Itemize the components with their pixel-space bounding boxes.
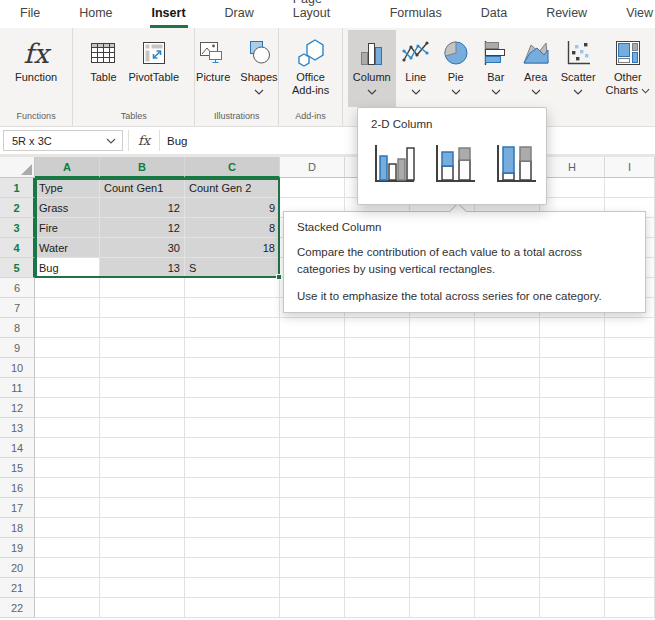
cell-G19[interactable]	[475, 538, 540, 558]
cell-I18[interactable]	[605, 518, 655, 538]
chart-option-100-stacked-column[interactable]	[491, 138, 539, 190]
office-addins-button[interactable]: Office Add-ins	[287, 30, 334, 107]
cell-A16[interactable]	[35, 478, 100, 498]
cell-E13[interactable]	[345, 418, 410, 438]
cell-I21[interactable]	[605, 578, 655, 598]
cell-A8[interactable]	[35, 318, 100, 338]
cell-B10[interactable]	[100, 358, 185, 378]
cell-A6[interactable]	[35, 278, 100, 298]
cell-F16[interactable]	[410, 478, 475, 498]
cell-A4[interactable]: Water	[35, 238, 100, 258]
column-header-A[interactable]: A	[35, 157, 100, 178]
cell-C20[interactable]	[185, 558, 280, 578]
tab-home[interactable]: Home	[77, 6, 114, 28]
cell-G17[interactable]	[475, 498, 540, 518]
cell-E18[interactable]	[345, 518, 410, 538]
row-header-1[interactable]: 1	[0, 178, 35, 198]
cell-B20[interactable]	[100, 558, 185, 578]
row-header-2[interactable]: 2	[0, 198, 35, 218]
cell-D11[interactable]	[280, 378, 345, 398]
select-all-corner[interactable]	[0, 157, 35, 178]
cell-B15[interactable]	[100, 458, 185, 478]
cell-I8[interactable]	[605, 318, 655, 338]
cell-B8[interactable]	[100, 318, 185, 338]
cell-C1[interactable]: Count Gen 2	[185, 178, 280, 198]
cell-E20[interactable]	[345, 558, 410, 578]
cell-I10[interactable]	[605, 358, 655, 378]
cell-C8[interactable]	[185, 318, 280, 338]
cell-B13[interactable]	[100, 418, 185, 438]
cell-F22[interactable]	[410, 598, 475, 618]
cell-H11[interactable]	[540, 378, 605, 398]
cell-H8[interactable]	[540, 318, 605, 338]
cell-F18[interactable]	[410, 518, 475, 538]
cell-A17[interactable]	[35, 498, 100, 518]
cell-B21[interactable]	[100, 578, 185, 598]
cell-I12[interactable]	[605, 398, 655, 418]
row-header-22[interactable]: 22	[0, 598, 35, 618]
cell-E10[interactable]	[345, 358, 410, 378]
cell-A19[interactable]	[35, 538, 100, 558]
cell-E9[interactable]	[345, 338, 410, 358]
shapes-button[interactable]: Shapes	[235, 30, 282, 107]
cell-B14[interactable]	[100, 438, 185, 458]
cell-B12[interactable]	[100, 398, 185, 418]
cell-B11[interactable]	[100, 378, 185, 398]
cell-D14[interactable]	[280, 438, 345, 458]
row-header-18[interactable]: 18	[0, 518, 35, 538]
row-header-9[interactable]: 9	[0, 338, 35, 358]
cell-I22[interactable]	[605, 598, 655, 618]
cell-A12[interactable]	[35, 398, 100, 418]
picture-button[interactable]: Picture	[191, 30, 235, 107]
cell-G22[interactable]	[475, 598, 540, 618]
area-chart-button[interactable]: Area	[516, 30, 556, 107]
row-header-14[interactable]: 14	[0, 438, 35, 458]
cell-F11[interactable]	[410, 378, 475, 398]
cell-H17[interactable]	[540, 498, 605, 518]
cell-C12[interactable]	[185, 398, 280, 418]
cell-B4[interactable]: 30	[100, 238, 185, 258]
cell-F14[interactable]	[410, 438, 475, 458]
column-header-H[interactable]: H	[540, 157, 605, 178]
cell-A11[interactable]	[35, 378, 100, 398]
row-header-5[interactable]: 5	[0, 258, 35, 278]
cell-B18[interactable]	[100, 518, 185, 538]
cell-A2[interactable]: Grass	[35, 198, 100, 218]
cell-E21[interactable]	[345, 578, 410, 598]
cell-C9[interactable]	[185, 338, 280, 358]
cell-C4[interactable]: 18	[185, 238, 280, 258]
cell-F12[interactable]	[410, 398, 475, 418]
cell-C3[interactable]: 8	[185, 218, 280, 238]
cell-I20[interactable]	[605, 558, 655, 578]
cell-G15[interactable]	[475, 458, 540, 478]
cell-C13[interactable]	[185, 418, 280, 438]
name-box[interactable]: 5R x 3C	[3, 130, 123, 151]
cell-G20[interactable]	[475, 558, 540, 578]
cell-F9[interactable]	[410, 338, 475, 358]
cell-H19[interactable]	[540, 538, 605, 558]
cell-C19[interactable]	[185, 538, 280, 558]
cell-E17[interactable]	[345, 498, 410, 518]
cell-H22[interactable]	[540, 598, 605, 618]
cell-A3[interactable]: Fire	[35, 218, 100, 238]
cell-E8[interactable]	[345, 318, 410, 338]
cell-H1[interactable]	[540, 178, 605, 198]
cell-H16[interactable]	[540, 478, 605, 498]
cell-H9[interactable]	[540, 338, 605, 358]
cell-G16[interactable]	[475, 478, 540, 498]
cell-I11[interactable]	[605, 378, 655, 398]
table-button[interactable]: Table	[83, 30, 123, 107]
cell-F20[interactable]	[410, 558, 475, 578]
tab-insert[interactable]: Insert	[150, 6, 188, 28]
cell-C14[interactable]	[185, 438, 280, 458]
cell-D19[interactable]	[280, 538, 345, 558]
cell-D16[interactable]	[280, 478, 345, 498]
cell-G21[interactable]	[475, 578, 540, 598]
tab-page-layout[interactable]: Page Layout	[291, 0, 353, 28]
cell-I13[interactable]	[605, 418, 655, 438]
column-header-C[interactable]: C	[185, 157, 280, 178]
row-header-16[interactable]: 16	[0, 478, 35, 498]
row-header-15[interactable]: 15	[0, 458, 35, 478]
cell-C16[interactable]	[185, 478, 280, 498]
cell-A15[interactable]	[35, 458, 100, 478]
